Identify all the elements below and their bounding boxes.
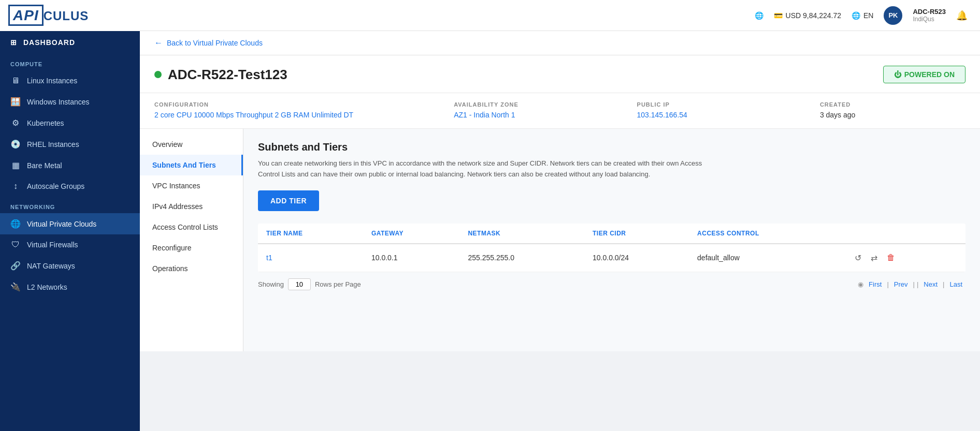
rows-per-page-input[interactable] xyxy=(288,278,311,290)
ip-value: 103.145.166.54 xyxy=(637,111,812,119)
col-access-control: ACCESS CONTROL xyxy=(689,224,844,244)
sidebar-item-label: Kubernetes xyxy=(27,119,64,127)
showing-label: Showing xyxy=(258,280,284,288)
balance-display: 💳 USD 9,84,224.72 xyxy=(774,11,841,20)
last-page-button[interactable]: Last xyxy=(946,279,965,289)
user-avatar[interactable]: PK xyxy=(884,6,902,25)
breadcrumb-link[interactable]: Back to Virtual Private Clouds xyxy=(167,39,263,47)
col-tier-name: TIER NAME xyxy=(258,224,363,244)
tier-name-cell[interactable]: t1 xyxy=(258,244,363,272)
sidebar-item-virtual-private-clouds[interactable]: 🌐 Virtual Private Clouds xyxy=(0,213,140,234)
add-tier-button[interactable]: ADD TIER xyxy=(258,190,319,211)
delete-button[interactable]: 🗑 xyxy=(885,251,897,264)
status-dot xyxy=(154,71,162,78)
sidebar-item-label: NAT Gateways xyxy=(27,262,75,270)
sidebar-item-kubernetes[interactable]: ⚙ Kubernetes xyxy=(0,112,140,133)
bare-metal-icon: ▦ xyxy=(10,160,21,170)
nav-item-label: IPv4 Addresses xyxy=(152,202,203,211)
user-info: ADC-R523 IndiQus xyxy=(913,8,946,23)
sidebar-item-label: Windows Instances xyxy=(27,98,90,106)
rows-label: Rows per Page xyxy=(315,280,361,288)
config-value: 2 core CPU 10000 Mbps Throughput 2 GB RA… xyxy=(154,111,445,119)
left-nav: Overview Subnets And Tiers VPC Instances… xyxy=(140,129,243,351)
sidebar-item-l2-networks[interactable]: 🔌 L2 Networks xyxy=(0,276,140,298)
created-label: CREATED xyxy=(820,101,965,108)
nav-item-label: VPC Instances xyxy=(152,182,200,190)
created-section: CREATED 3 days ago xyxy=(820,101,965,119)
col-actions xyxy=(844,224,965,244)
instance-meta: CONFIGURATION 2 core CPU 10000 Mbps Thro… xyxy=(140,93,980,129)
rhel-icon: 💿 xyxy=(10,139,21,149)
sidebar-item-autoscale-groups[interactable]: ↕ Autoscale Groups xyxy=(0,176,140,197)
sidebar-item-windows-instances[interactable]: 🪟 Windows Instances xyxy=(0,91,140,112)
nav-item-operations[interactable]: Operations xyxy=(140,258,243,279)
translate-icon: 🌐 xyxy=(852,11,860,20)
breadcrumb: ← Back to Virtual Private Clouds xyxy=(140,31,980,55)
logo: APICULUS xyxy=(0,0,140,31)
firewall-icon: 🛡 xyxy=(10,240,21,249)
sidebar-item-rhel-instances[interactable]: 💿 RHEL Instances xyxy=(0,133,140,155)
nav-item-label: Subnets And Tiers xyxy=(152,161,216,169)
networking-section-label: NETWORKING xyxy=(0,197,140,213)
powered-on-label: POWERED ON xyxy=(904,70,955,79)
page-content: ← Back to Virtual Private Clouds ADC-R52… xyxy=(140,31,980,431)
sidebar-item-label: Virtual Private Clouds xyxy=(27,220,96,228)
netmask-cell: 255.255.255.0 xyxy=(459,244,584,272)
instance-title-row: ADC-R522-Test123 xyxy=(154,67,287,83)
next-page-button[interactable]: Next xyxy=(920,279,941,289)
globe-topbar[interactable]: 🌐 xyxy=(755,11,763,20)
nav-item-vpc-instances[interactable]: VPC Instances xyxy=(140,175,243,196)
config-label: CONFIGURATION xyxy=(154,101,445,108)
nav-item-overview[interactable]: Overview xyxy=(140,134,243,155)
ip-label: PUBLIC IP xyxy=(637,101,812,108)
subnets-panel: Subnets and Tiers You can create network… xyxy=(243,129,980,351)
sidebar-item-label: Bare Metal xyxy=(27,161,62,170)
nat-icon: 🔗 xyxy=(10,261,21,271)
nav-item-label: Operations xyxy=(152,264,188,273)
powered-on-button[interactable]: ⏻ POWERED ON xyxy=(883,66,965,83)
transfer-button[interactable]: ⇄ xyxy=(869,251,880,265)
sidebar-item-label: L2 Networks xyxy=(27,283,67,291)
globe-icon: 🌐 xyxy=(755,11,763,20)
user-name: ADC-R523 xyxy=(913,8,946,16)
sidebar-item-label: RHEL Instances xyxy=(27,140,79,148)
created-value: 3 days ago xyxy=(820,111,965,119)
main-content: 🌐 💳 USD 9,84,224.72 🌐 EN PK ADC-R523 Ind… xyxy=(140,0,980,431)
prev-page-button[interactable]: Prev xyxy=(891,279,911,289)
sidebar-item-nat-gateways[interactable]: 🔗 NAT Gateways xyxy=(0,255,140,276)
first-page-button[interactable]: First xyxy=(866,279,885,289)
tier-action-buttons: ↺ ⇄ 🗑 xyxy=(853,251,957,265)
user-sub: IndiQus xyxy=(913,16,946,23)
nav-item-subnets-and-tiers[interactable]: Subnets And Tiers xyxy=(140,155,243,175)
bell-icon: 🔔 xyxy=(956,10,968,21)
config-section: CONFIGURATION 2 core CPU 10000 Mbps Thro… xyxy=(154,101,445,119)
instance-header: ADC-R522-Test123 ⏻ POWERED ON xyxy=(140,55,980,93)
linux-icon: 🖥 xyxy=(10,76,21,85)
vpc-icon: 🌐 xyxy=(10,219,21,229)
topbar: 🌐 💳 USD 9,84,224.72 🌐 EN PK ADC-R523 Ind… xyxy=(140,0,980,31)
language-label: EN xyxy=(863,11,873,20)
nav-item-access-control-lists[interactable]: Access Control Lists xyxy=(140,217,243,237)
ip-section: PUBLIC IP 103.145.166.54 xyxy=(637,101,812,119)
tier-table: TIER NAME GATEWAY NETMASK TIER CIDR ACCE… xyxy=(258,224,965,272)
nav-item-reconfigure[interactable]: Reconfigure xyxy=(140,237,243,258)
language-selector[interactable]: 🌐 EN xyxy=(852,11,873,20)
col-netmask: NETMASK xyxy=(459,224,584,244)
table-row: t1 10.0.0.1 255.255.255.0 10.0.0.0/24 de… xyxy=(258,244,965,272)
restart-button[interactable]: ↺ xyxy=(853,251,863,265)
dashboard-icon: ⊞ xyxy=(10,38,17,47)
sidebar-item-bare-metal[interactable]: ▦ Bare Metal xyxy=(0,155,140,176)
sidebar-item-label: Virtual Firewalls xyxy=(27,241,78,249)
dashboard-label: DASHBOARD xyxy=(23,38,75,47)
logo-text: APICULUS xyxy=(8,7,89,24)
sidebar-item-virtual-firewalls[interactable]: 🛡 Virtual Firewalls xyxy=(0,234,140,255)
kubernetes-icon: ⚙ xyxy=(10,118,21,128)
nav-item-ipv4-addresses[interactable]: IPv4 Addresses xyxy=(140,196,243,217)
pagination-row: Showing Rows per Page ◉ First | Prev | |… xyxy=(258,278,965,290)
notifications-bell[interactable]: 🔔 xyxy=(956,10,968,21)
l2-icon: 🔌 xyxy=(10,282,21,292)
sidebar-item-linux-instances[interactable]: 🖥 Linux Instances xyxy=(0,70,140,91)
dashboard-item[interactable]: ⊞ DASHBOARD xyxy=(0,31,140,54)
tier-cidr-cell: 10.0.0.0/24 xyxy=(584,244,689,272)
col-gateway: GATEWAY xyxy=(363,224,459,244)
